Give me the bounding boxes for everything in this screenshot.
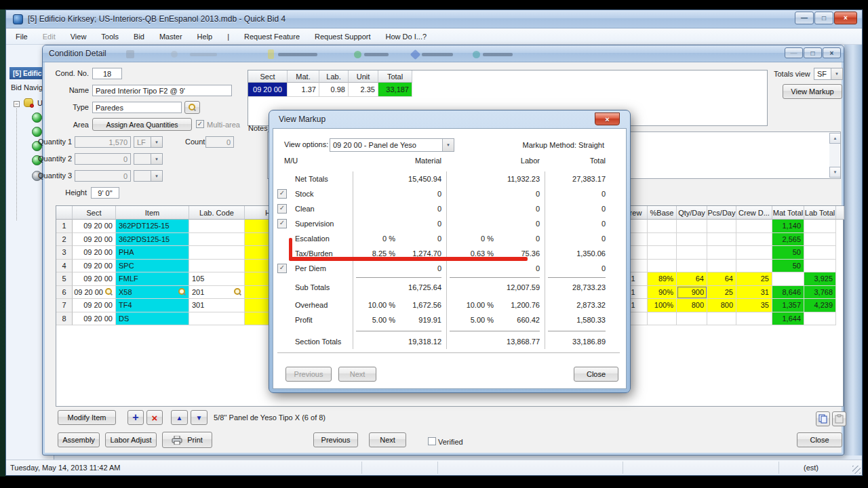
lab-code-cell[interactable]: 301 (189, 299, 245, 312)
row-number-cell[interactable]: 2 (56, 233, 73, 247)
menu-item[interactable]: Request Feature (244, 33, 300, 41)
lab-code-cell[interactable] (189, 312, 245, 326)
base-cell[interactable] (648, 260, 677, 273)
close-condition-button[interactable]: Close (797, 432, 842, 447)
item-cell[interactable]: PHA (116, 246, 189, 260)
menu-item[interactable]: Edit (43, 33, 56, 41)
sect-col-header[interactable]: Sect (248, 70, 288, 83)
tree-node-icon[interactable] (32, 113, 42, 123)
scroll-down-icon[interactable]: ▼ (829, 167, 841, 178)
cond-no-field[interactable]: 18 (92, 68, 122, 79)
qty-day-cell[interactable]: 900 (677, 286, 707, 300)
sect-cell[interactable]: 09 20 00 (73, 312, 116, 326)
include-checkbox[interactable] (277, 189, 287, 199)
quantity2-field[interactable]: 0 (75, 153, 131, 165)
height-field[interactable]: 9' 0" (91, 187, 119, 199)
base-cell[interactable] (648, 312, 677, 326)
pcs-day-cell[interactable] (707, 246, 736, 260)
item-cell[interactable]: 362PDS125-15 (116, 233, 189, 247)
add-item-button[interactable]: + (127, 410, 144, 425)
scroll-up-icon[interactable]: ▲ (829, 133, 841, 144)
row-number-cell[interactable]: 3 (56, 246, 73, 260)
mat-total-header[interactable]: Mat Total (772, 206, 804, 220)
sect-cell[interactable]: 09 20 00 (73, 246, 116, 260)
quantity1-uom-select[interactable]: LF▼ (134, 136, 163, 148)
close-button[interactable]: × (834, 12, 857, 24)
row-number-cell[interactable]: 4 (56, 260, 73, 273)
row-number-cell[interactable]: 8 (56, 312, 73, 326)
lab-value[interactable]: 0.98 (319, 83, 349, 97)
lab-code-cell[interactable] (189, 233, 245, 247)
print-button[interactable]: Print (162, 432, 212, 448)
markup-close-button[interactable]: Close (574, 367, 618, 382)
lab-total-cell[interactable] (804, 233, 836, 247)
mat-total-cell[interactable] (772, 272, 804, 286)
lab-code-cell[interactable]: 201 (189, 286, 245, 300)
crew-d-cell[interactable] (736, 220, 772, 233)
lab-total-cell[interactable]: 3,768 (804, 286, 836, 300)
row-number-cell[interactable]: 5 (56, 272, 73, 286)
lab-code-cell[interactable] (189, 260, 245, 273)
item-cell[interactable]: 362PDT125-15 (116, 220, 189, 233)
previous-item-button[interactable]: Previous (313, 432, 358, 447)
child-close-button[interactable]: × (823, 47, 841, 58)
qty-day-header[interactable]: Qty/Day (677, 206, 707, 220)
pcs-day-cell[interactable]: 800 (707, 299, 736, 312)
qty-day-cell[interactable] (677, 260, 707, 273)
menu-item[interactable]: | (227, 33, 229, 41)
unit-value[interactable]: 2.35 (349, 83, 378, 97)
modify-item-button[interactable]: Modify Item (58, 410, 116, 425)
lab-code-cell[interactable] (189, 246, 245, 260)
mat-total-cell[interactable]: 2,565 (772, 233, 804, 247)
qty-day-cell[interactable]: 800 (677, 299, 707, 312)
assembly-button[interactable]: Assembly (58, 432, 100, 447)
markup-next-button[interactable]: Next (338, 367, 376, 382)
row-number-cell[interactable]: 1 (56, 220, 73, 233)
include-checkbox[interactable] (277, 219, 287, 228)
mat-total-cell[interactable]: 1,140 (772, 220, 804, 233)
crew-d-cell[interactable] (736, 260, 772, 273)
item-header[interactable]: Item (116, 206, 189, 220)
sect-cell[interactable]: 09 20 00 (73, 272, 116, 286)
crew-d-cell[interactable] (736, 312, 772, 326)
row-number-cell[interactable]: 6 (56, 286, 73, 300)
base-cell[interactable] (648, 246, 677, 260)
lab-col-header[interactable]: Lab. (319, 70, 349, 83)
copy-button[interactable] (816, 411, 830, 426)
pcs-day-cell[interactable] (707, 220, 736, 233)
maximize-button[interactable]: □ (814, 12, 833, 24)
minimize-button[interactable]: — (795, 12, 814, 24)
tree-expander-icon[interactable]: − (14, 101, 20, 107)
include-checkbox[interactable] (277, 264, 287, 273)
app-titlebar[interactable]: [5] Edificio Kirksey; US-Interiors-QB En… (6, 10, 862, 28)
crew-d-header[interactable]: Crew D... (736, 206, 772, 220)
row-number-cell[interactable]: 7 (56, 299, 73, 312)
move-up-button[interactable]: ▲ (171, 410, 188, 425)
base-cell[interactable]: 89% (648, 272, 677, 286)
include-checkbox[interactable] (277, 204, 287, 214)
sect-cell[interactable]: 09 20 00 (73, 233, 116, 247)
pcs-day-cell[interactable]: 64 (707, 272, 736, 286)
lab-total-cell[interactable] (804, 220, 836, 233)
labor-adjust-button[interactable]: Labor Adjust (105, 432, 157, 447)
item-cell[interactable]: X58 (116, 286, 189, 300)
crew-d-cell[interactable] (736, 246, 772, 260)
quantity3-uom-select[interactable]: ▼ (134, 170, 163, 182)
dialog-close-button[interactable]: × (595, 113, 620, 125)
menu-item[interactable]: Help (197, 33, 213, 41)
lab-total-cell[interactable]: 3,925 (804, 272, 836, 286)
menu-item[interactable]: How Do I...? (386, 33, 427, 41)
menu-item[interactable]: View (71, 33, 87, 41)
resize-grip[interactable] (852, 466, 861, 474)
crew-d-cell[interactable]: 31 (736, 286, 772, 300)
menu-item[interactable]: Master (159, 33, 182, 41)
item-cell[interactable]: SPC (116, 260, 189, 273)
name-field[interactable]: Pared Interior Tipo F2 @ 9' (92, 85, 232, 96)
base-header[interactable]: %Base (648, 206, 677, 220)
quantity3-field[interactable]: 0 (75, 170, 131, 182)
mat-total-cell[interactable]: 1,357 (772, 299, 804, 312)
sect-cell[interactable]: 09 20 00 (73, 299, 116, 312)
qty-day-cell[interactable] (677, 312, 707, 326)
quantity1-field[interactable]: 1,570 (75, 136, 131, 148)
type-field[interactable]: Paredes (92, 102, 182, 113)
